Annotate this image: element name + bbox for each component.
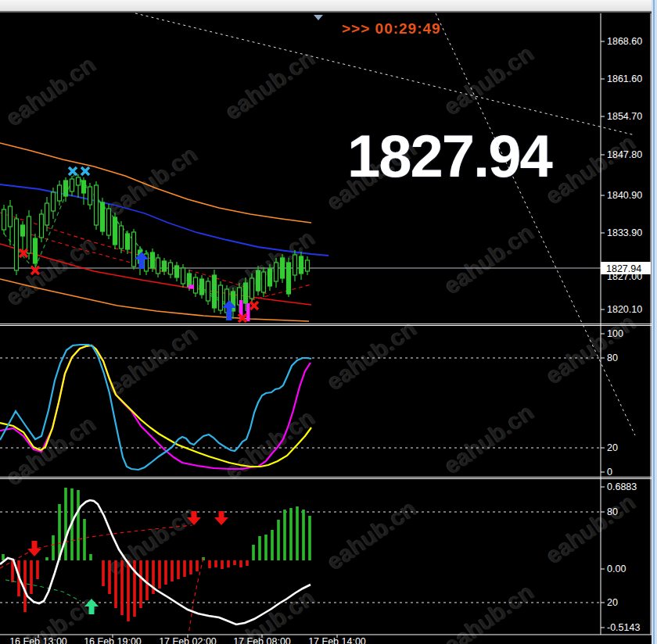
histogram-bar [189, 560, 192, 574]
histogram-bar [227, 560, 230, 567]
candle-body [107, 209, 111, 235]
candle-body [88, 187, 92, 205]
histogram-bar [208, 560, 211, 568]
candle-body [250, 278, 254, 299]
histogram-bar [45, 557, 48, 560]
candle-body [2, 209, 6, 230]
candle-body [64, 181, 68, 196]
candle-body [293, 255, 297, 275]
candle-body [268, 269, 272, 286]
candle-body [188, 274, 192, 287]
histogram-bar [52, 535, 55, 560]
stoch-axis-label: 20 [607, 442, 618, 453]
candle-body [126, 234, 130, 249]
signal-dashed-green [5, 580, 81, 601]
histogram-bar [246, 560, 249, 566]
histogram-bar [83, 519, 86, 560]
histogram-bar [289, 508, 293, 560]
candle-body [45, 203, 49, 225]
histogram-bar [177, 560, 180, 579]
histogram-bar [283, 510, 286, 560]
candle-body [34, 238, 38, 263]
candle-body [262, 272, 266, 292]
candle-body [194, 277, 198, 293]
histogram-bar [64, 488, 67, 560]
macd-axis-label: 0.6883 [607, 481, 637, 492]
macd-axis-label: -0.5143 [607, 622, 640, 633]
buy-arrow-green [84, 599, 99, 614]
histogram-bar [264, 535, 267, 560]
histogram-bar [221, 560, 224, 569]
time-axis-label: 16 Feb 19:00 [84, 636, 142, 644]
candle-body [306, 260, 310, 271]
candle-body [95, 185, 99, 225]
candle-body [132, 232, 136, 267]
histogram-bar [30, 560, 33, 594]
candle-body [281, 258, 285, 278]
window-border-line [653, 0, 655, 644]
candle-body [82, 181, 86, 193]
macd-axis-label: 20 [607, 597, 618, 608]
histogram-bar [127, 560, 130, 621]
stoch-line-yellow [0, 345, 311, 467]
candle-body [169, 263, 173, 274]
candle-body [175, 266, 179, 277]
candle-body [213, 275, 217, 308]
candle-body [287, 263, 291, 294]
candle-body [206, 281, 210, 301]
window-titlebar[interactable] [0, 0, 652, 13]
chart-canvas[interactable]: 1868.601861.601854.701847.801840.901833.… [0, 0, 657, 644]
candle-body [52, 192, 56, 211]
candle-body [15, 219, 19, 270]
mt4-chart-window: eahub.cneahub.cneahub.cneahub.cneahub.cn… [0, 0, 657, 644]
histogram-bar [77, 490, 80, 560]
candle-body [300, 256, 303, 274]
price-axis-label: 1847.80 [607, 149, 642, 160]
stoch-line-magenta [0, 345, 311, 469]
histogram-bar [158, 560, 161, 589]
histogram-bar [183, 560, 186, 577]
sell-arrow-red [187, 511, 201, 525]
macd-axis-label: 0.00 [607, 564, 626, 574]
candle-body [27, 216, 31, 253]
candle-body [101, 202, 105, 231]
histogram-bar [11, 560, 14, 582]
time-axis-label: 16 Feb 13:00 [9, 636, 67, 644]
price-axis-label: 1868.60 [607, 36, 642, 47]
histogram-bar [145, 560, 149, 600]
scroll-marker-triangle [314, 15, 323, 20]
candle-body [151, 252, 155, 268]
histogram-bar [120, 560, 124, 615]
price-axis-label: 1840.90 [607, 190, 642, 201]
histogram-bar [36, 560, 39, 579]
price-axis-label: 1861.60 [607, 73, 642, 84]
histogram-bar [258, 536, 261, 560]
period-separator-line [436, 13, 635, 435]
time-axis-label: 17 Feb 14:00 [308, 636, 366, 644]
stoch-axis-label: 100 [607, 328, 623, 339]
histogram-bar [296, 506, 299, 560]
macd-axis-label: 80 [607, 506, 618, 517]
current-price-box-label: 1827.94 [606, 263, 641, 274]
histogram-bar [271, 530, 274, 560]
candle-body [77, 177, 81, 185]
candle-body [219, 285, 223, 310]
magenta-dot [188, 285, 194, 289]
histogram-bar [214, 560, 217, 567]
window-border [652, 0, 657, 644]
stoch-axis-label: 0 [607, 467, 612, 478]
candle-body [9, 206, 13, 227]
magenta-bar [246, 303, 250, 321]
candle-body [58, 185, 62, 201]
histogram-bar [89, 554, 92, 560]
candle-body [244, 283, 248, 303]
candle-body [163, 261, 167, 271]
time-axis-label: 17 Feb 08:00 [233, 636, 291, 644]
signal-dashed-red [0, 525, 192, 568]
histogram-bar [196, 560, 199, 571]
candle-body [21, 225, 25, 236]
candle-body [156, 258, 160, 274]
histogram-bar [108, 560, 111, 594]
stoch-axis-label: 80 [607, 352, 618, 363]
histogram-bar [239, 560, 242, 567]
